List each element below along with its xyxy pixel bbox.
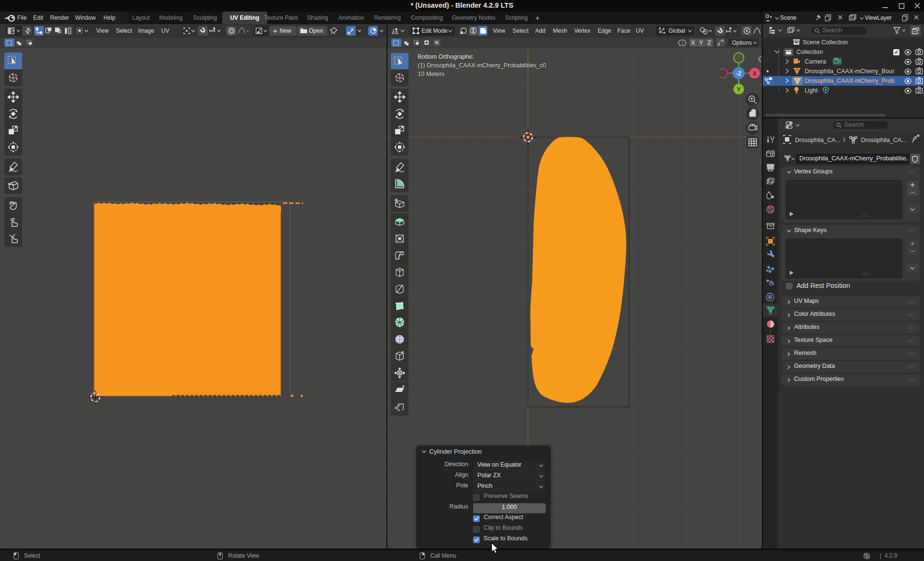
- svg-text:Drosophila_CA...: Drosophila_CA...: [861, 137, 907, 144]
- svg-text:Drosophila_CA...: Drosophila_CA...: [795, 137, 841, 144]
- svg-text:Camera: Camera: [805, 58, 826, 65]
- svg-text:Drosophila_CAAX-mCherry_Bour: Drosophila_CAAX-mCherry_Bour: [805, 68, 894, 75]
- svg-text:Collection: Collection: [796, 49, 823, 55]
- svg-text:Scene Collection: Scene Collection: [803, 39, 848, 46]
- svg-text:Drosophila_CAAX-mCherry_Prob: Drosophila_CAAX-mCherry_Prob: [805, 78, 894, 84]
- svg-text:Y: Y: [737, 86, 741, 93]
- svg-text:X: X: [753, 70, 757, 77]
- svg-text:Light: Light: [805, 87, 818, 94]
- svg-text:-Z: -Z: [736, 70, 741, 77]
